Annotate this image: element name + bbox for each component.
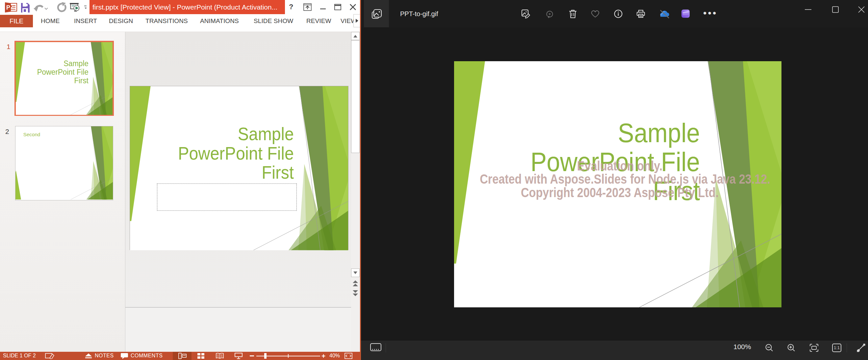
svg-text:P: P [6, 4, 10, 11]
